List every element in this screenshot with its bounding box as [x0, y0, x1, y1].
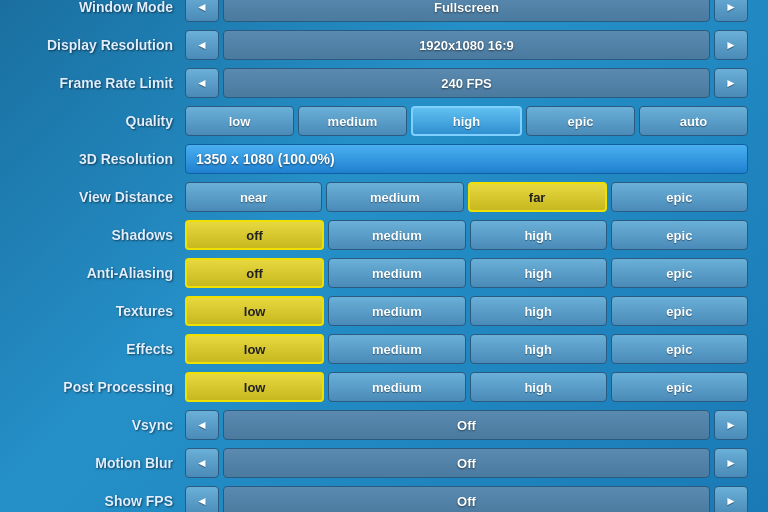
- display-resolution-value: 1920x1080 16:9: [223, 30, 710, 60]
- display-resolution-label: Display Resolution: [20, 37, 185, 53]
- post-medium[interactable]: medium: [328, 372, 465, 402]
- window-mode-value: Fullscreen: [223, 0, 710, 22]
- textures-medium[interactable]: medium: [328, 296, 465, 326]
- post-processing-label: Post Processing: [20, 379, 185, 395]
- view-distance-medium[interactable]: medium: [326, 182, 463, 212]
- effects-medium[interactable]: medium: [328, 334, 465, 364]
- anti-aliasing-row: Anti-Aliasing off medium high epic: [20, 256, 748, 290]
- motion-blur-row: Motion Blur ◄ Off ►: [20, 446, 748, 480]
- effects-epic[interactable]: epic: [611, 334, 748, 364]
- window-mode-label: Window Mode: [20, 0, 185, 15]
- textures-low[interactable]: low: [185, 296, 324, 326]
- show-fps-label: Show FPS: [20, 493, 185, 509]
- aa-high[interactable]: high: [470, 258, 607, 288]
- post-processing-row: Post Processing low medium high epic: [20, 370, 748, 404]
- view-distance-content: near medium far epic: [185, 182, 748, 212]
- view-distance-far[interactable]: far: [468, 182, 607, 212]
- vsync-label: Vsync: [20, 417, 185, 433]
- resolution-3d-row: 3D Resolution 1350 x 1080 (100.0%): [20, 142, 748, 176]
- vsync-right[interactable]: ►: [714, 410, 748, 440]
- anti-aliasing-label: Anti-Aliasing: [20, 265, 185, 281]
- resolution-3d-label: 3D Resolution: [20, 151, 185, 167]
- settings-panel: Window Mode ◄ Fullscreen ► Display Resol…: [10, 0, 758, 512]
- view-distance-epic[interactable]: epic: [611, 182, 748, 212]
- quality-content: low medium high epic auto: [185, 106, 748, 136]
- post-processing-content: low medium high epic: [185, 372, 748, 402]
- frame-rate-row: Frame Rate Limit ◄ 240 FPS ►: [20, 66, 748, 100]
- quality-low[interactable]: low: [185, 106, 294, 136]
- view-distance-label: View Distance: [20, 189, 185, 205]
- shadows-content: off medium high epic: [185, 220, 748, 250]
- textures-label: Textures: [20, 303, 185, 319]
- post-high[interactable]: high: [470, 372, 607, 402]
- quality-medium[interactable]: medium: [298, 106, 407, 136]
- vsync-content: ◄ Off ►: [185, 410, 748, 440]
- motion-blur-left[interactable]: ◄: [185, 448, 219, 478]
- vsync-left[interactable]: ◄: [185, 410, 219, 440]
- post-epic[interactable]: epic: [611, 372, 748, 402]
- display-resolution-content: ◄ 1920x1080 16:9 ►: [185, 30, 748, 60]
- view-distance-near[interactable]: near: [185, 182, 322, 212]
- vsync-value: Off: [223, 410, 710, 440]
- view-distance-row: View Distance near medium far epic: [20, 180, 748, 214]
- motion-blur-right[interactable]: ►: [714, 448, 748, 478]
- quality-auto[interactable]: auto: [639, 106, 748, 136]
- aa-off[interactable]: off: [185, 258, 324, 288]
- resolution-3d-value: 1350 x 1080 (100.0%): [185, 144, 748, 174]
- shadows-label: Shadows: [20, 227, 185, 243]
- quality-epic[interactable]: epic: [526, 106, 635, 136]
- resolution-3d-content: 1350 x 1080 (100.0%): [185, 144, 748, 174]
- textures-epic[interactable]: epic: [611, 296, 748, 326]
- quality-label: Quality: [20, 113, 185, 129]
- frame-rate-left[interactable]: ◄: [185, 68, 219, 98]
- window-mode-right[interactable]: ►: [714, 0, 748, 22]
- shadows-off[interactable]: off: [185, 220, 324, 250]
- window-mode-content: ◄ Fullscreen ►: [185, 0, 748, 22]
- effects-row: Effects low medium high epic: [20, 332, 748, 366]
- effects-content: low medium high epic: [185, 334, 748, 364]
- motion-blur-label: Motion Blur: [20, 455, 185, 471]
- show-fps-left[interactable]: ◄: [185, 486, 219, 512]
- shadows-epic[interactable]: epic: [611, 220, 748, 250]
- frame-rate-right[interactable]: ►: [714, 68, 748, 98]
- quality-high[interactable]: high: [411, 106, 522, 136]
- display-resolution-row: Display Resolution ◄ 1920x1080 16:9 ►: [20, 28, 748, 62]
- show-fps-row: Show FPS ◄ Off ►: [20, 484, 748, 512]
- frame-rate-label: Frame Rate Limit: [20, 75, 185, 91]
- shadows-high[interactable]: high: [470, 220, 607, 250]
- anti-aliasing-content: off medium high epic: [185, 258, 748, 288]
- display-resolution-right[interactable]: ►: [714, 30, 748, 60]
- effects-high[interactable]: high: [470, 334, 607, 364]
- motion-blur-content: ◄ Off ►: [185, 448, 748, 478]
- textures-high[interactable]: high: [470, 296, 607, 326]
- window-mode-left[interactable]: ◄: [185, 0, 219, 22]
- textures-row: Textures low medium high epic: [20, 294, 748, 328]
- quality-row: Quality low medium high epic auto: [20, 104, 748, 138]
- effects-low[interactable]: low: [185, 334, 324, 364]
- aa-epic[interactable]: epic: [611, 258, 748, 288]
- textures-content: low medium high epic: [185, 296, 748, 326]
- display-resolution-left[interactable]: ◄: [185, 30, 219, 60]
- show-fps-right[interactable]: ►: [714, 486, 748, 512]
- frame-rate-value: 240 FPS: [223, 68, 710, 98]
- window-mode-row: Window Mode ◄ Fullscreen ►: [20, 0, 748, 24]
- show-fps-content: ◄ Off ►: [185, 486, 748, 512]
- post-low[interactable]: low: [185, 372, 324, 402]
- aa-medium[interactable]: medium: [328, 258, 465, 288]
- motion-blur-value: Off: [223, 448, 710, 478]
- vsync-row: Vsync ◄ Off ►: [20, 408, 748, 442]
- frame-rate-content: ◄ 240 FPS ►: [185, 68, 748, 98]
- shadows-row: Shadows off medium high epic: [20, 218, 748, 252]
- show-fps-value: Off: [223, 486, 710, 512]
- shadows-medium[interactable]: medium: [328, 220, 465, 250]
- effects-label: Effects: [20, 341, 185, 357]
